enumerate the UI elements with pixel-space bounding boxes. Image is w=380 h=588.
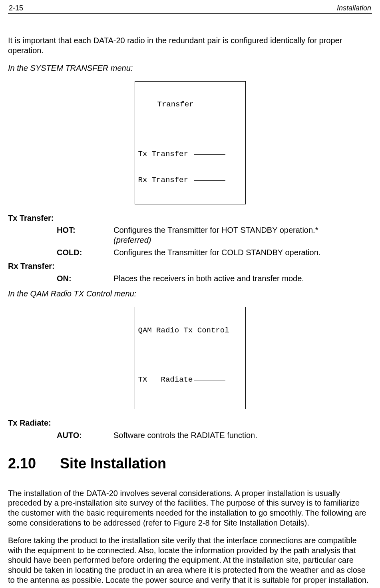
menu-qam-box: QAM Radio Tx Control TX Radiate <box>135 307 246 409</box>
def-row-auto: AUTO: Software controls the RADIATE func… <box>8 430 372 440</box>
def-row-cold: COLD: Configures the Transmitter for COL… <box>8 248 372 258</box>
menu-blank-line <box>194 175 225 181</box>
menu-row-tx-transfer: Tx Transfer <box>138 150 188 159</box>
def-key: AUTO: <box>8 430 113 440</box>
header-rule <box>8 13 372 14</box>
def-key: COLD: <box>8 248 113 258</box>
intro-paragraph: It is important that each DATA-20 radio … <box>8 36 372 55</box>
menu-transfer-box: Transfer Tx Transfer Rx Transfer <box>135 81 246 204</box>
def-key: ON: <box>8 274 113 284</box>
section-heading: 2.10 Site Installation <box>8 455 372 472</box>
menu-2-caption: In the QAM Radio TX Control menu: <box>8 289 372 299</box>
menu-qam-title: QAM Radio Tx Control <box>138 326 242 335</box>
menu-row-tx: TX <box>138 376 147 384</box>
menu-row-rx-transfer: Rx Transfer <box>138 176 188 185</box>
def-value: Software controls the RADIATE function. <box>113 430 372 440</box>
def-key: HOT: <box>8 225 113 245</box>
menu-row-radiate: Radiate <box>161 376 193 384</box>
body-paragraph-1: The installation of the DATA-20 involves… <box>8 488 372 528</box>
section-number: 2.10 <box>8 455 60 472</box>
header-section-name: Installation <box>337 4 371 12</box>
def-value: Configures the Transmitter for COLD STAN… <box>113 248 372 258</box>
menu-blank-line <box>194 374 225 380</box>
tx-radiate-heading: Tx Radiate: <box>8 418 372 428</box>
menu-transfer-title: Transfer <box>138 100 242 109</box>
body-paragraph-2: Before taking the product to the install… <box>8 536 372 585</box>
def-row-hot: HOT: Configures the Transmitter for HOT … <box>8 225 372 245</box>
menu-1-caption: In the SYSTEM TRANSFER menu: <box>8 63 372 73</box>
def-row-on: ON: Places the receivers in both active … <box>8 274 372 284</box>
section-title: Site Installation <box>60 455 166 472</box>
header-page-number: 2-15 <box>9 4 23 12</box>
tx-transfer-heading: Tx Transfer: <box>8 213 372 223</box>
rx-transfer-heading: Rx Transfer: <box>8 261 372 271</box>
def-value: Places the receivers in both active and … <box>113 274 372 284</box>
menu-blank-line <box>194 149 225 155</box>
def-value: Configures the Transmitter for HOT STAND… <box>113 225 372 245</box>
